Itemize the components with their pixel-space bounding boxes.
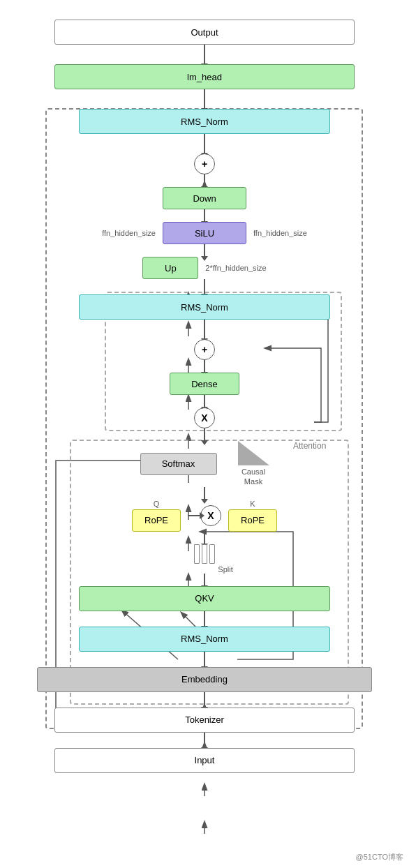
rms-norm-mid-label: RMS_Norm bbox=[181, 302, 228, 313]
input-label: Input bbox=[195, 755, 215, 765]
arrow-rms-lmhead bbox=[204, 89, 205, 109]
tokenizer-label: Tokenizer bbox=[185, 714, 224, 725]
diagram: Decoder Layer MLP Attention Output lm_he… bbox=[0, 0, 409, 868]
arrow-embedding bbox=[204, 652, 205, 667]
softmax-box: Softmax bbox=[140, 453, 217, 475]
up-label: Up bbox=[165, 263, 177, 274]
up-box: Up bbox=[142, 257, 198, 279]
down-label: Down bbox=[193, 193, 216, 204]
softmax-label: Softmax bbox=[162, 458, 195, 469]
causal-mask-label: CausalMask bbox=[241, 467, 265, 487]
plus1-label: + bbox=[202, 158, 207, 170]
split-bar-1 bbox=[194, 544, 200, 564]
plus2-label: + bbox=[202, 344, 207, 355]
rope-k-box: RoPE bbox=[228, 509, 277, 532]
watermark: @51CTO博客 bbox=[356, 852, 403, 862]
rope-q-box: RoPE bbox=[132, 509, 181, 532]
rms-norm-top-label: RMS_Norm bbox=[181, 117, 228, 127]
silu-box: SiLU bbox=[163, 222, 246, 244]
rms-norm-bot-label: RMS_Norm bbox=[181, 634, 228, 644]
arrow-tokenizer bbox=[204, 692, 205, 708]
plus2-circle: + bbox=[194, 339, 215, 360]
rope-k-label: RoPE bbox=[241, 515, 265, 525]
qkv-box: QKV bbox=[79, 586, 330, 611]
rms-norm-bot-box: RMS_Norm bbox=[79, 627, 330, 652]
ffn-hidden-right-label: ffn_hidden_size bbox=[253, 229, 307, 237]
arrow-silu bbox=[204, 209, 205, 222]
causal-mask-triangle bbox=[238, 441, 269, 465]
arrow-plus1-rms bbox=[204, 134, 205, 154]
arrow-rms-bot bbox=[204, 611, 205, 627]
ffn-hidden-left-label: ffn_hidden_size bbox=[102, 229, 156, 237]
split-bar-2 bbox=[202, 544, 207, 564]
arrow-dense bbox=[204, 360, 205, 373]
x-top-label: X bbox=[201, 412, 207, 424]
split-bar-3 bbox=[209, 544, 215, 564]
arrow-rms-mid bbox=[204, 279, 205, 294]
down-box: Down bbox=[163, 187, 246, 209]
ffn-hidden-up-label: 2*ffn_hidden_size bbox=[205, 264, 266, 272]
dense-label: Dense bbox=[191, 379, 218, 389]
split-symbol bbox=[194, 544, 215, 564]
arrow-input bbox=[204, 733, 205, 748]
qkv-label: QKV bbox=[195, 593, 214, 604]
arrow-x-top bbox=[204, 395, 205, 407]
x-bot-label: X bbox=[207, 510, 214, 521]
arrow-up bbox=[204, 244, 205, 257]
q-label: Q bbox=[154, 500, 160, 508]
lm-head-box: lm_head bbox=[54, 64, 355, 89]
embedding-box: Embedding bbox=[37, 667, 372, 692]
arrow-softmax bbox=[204, 428, 205, 441]
arrow-plus2 bbox=[204, 320, 205, 339]
rms-norm-mid-box: RMS_Norm bbox=[79, 294, 330, 320]
input-box: Input bbox=[54, 748, 355, 773]
rope-q-label: RoPE bbox=[144, 515, 168, 525]
k-label: K bbox=[250, 500, 255, 508]
arrow-lm-output bbox=[204, 45, 205, 64]
dense-box: Dense bbox=[170, 373, 239, 395]
rms-norm-top-box: RMS_Norm bbox=[79, 109, 330, 134]
lm-head-label: lm_head bbox=[187, 72, 222, 82]
silu-label: SiLU bbox=[195, 228, 214, 239]
arrow-x-bot bbox=[204, 487, 205, 500]
output-label: Output bbox=[191, 27, 218, 38]
plus1-circle: + bbox=[194, 154, 215, 174]
output-box: Output bbox=[54, 20, 355, 45]
arrow-down-box bbox=[204, 174, 205, 187]
tokenizer-box: Tokenizer bbox=[54, 708, 355, 733]
attention-label: Attention bbox=[293, 441, 326, 451]
embedding-label: Embedding bbox=[181, 674, 228, 684]
arrow-split bbox=[204, 532, 205, 544]
causal-mask-container: CausalMask bbox=[238, 441, 269, 487]
arrow-qkv bbox=[204, 574, 205, 586]
split-label: Split bbox=[218, 565, 232, 574]
x-top-circle: X bbox=[194, 407, 215, 428]
